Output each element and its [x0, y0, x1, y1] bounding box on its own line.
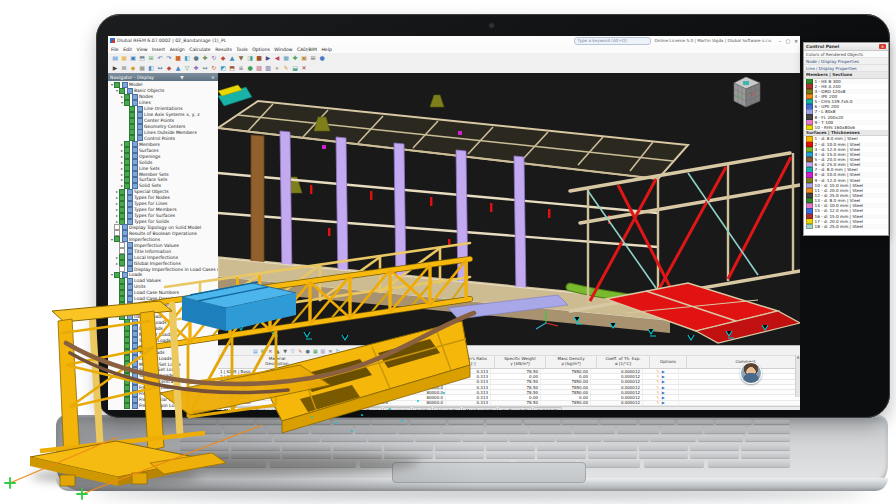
connect-icon[interactable]: ✚: [192, 64, 200, 72]
results-icon[interactable]: ▣: [300, 54, 308, 62]
material-link-icon[interactable]: ▶: [662, 395, 665, 400]
panel-close-button[interactable]: ✕: [879, 44, 886, 49]
edit-material-icon[interactable]: ✎: [656, 400, 659, 405]
workplane-icon[interactable]: ◧: [147, 64, 155, 72]
material-link-icon[interactable]: ▶: [662, 390, 665, 395]
minimize-button[interactable]: –: [776, 38, 784, 44]
tree-item-label: Types for Members: [134, 207, 177, 212]
layers-icon[interactable]: ⬓: [291, 64, 299, 72]
material-link-icon[interactable]: ▶: [662, 369, 665, 374]
menu-file[interactable]: File: [111, 47, 119, 52]
menu-help[interactable]: Help: [321, 47, 331, 52]
menu-edit[interactable]: Edit: [123, 47, 132, 52]
menu-tools[interactable]: Tools: [236, 47, 247, 52]
copy-icon[interactable]: ⊞: [147, 54, 155, 62]
menu-insert[interactable]: Insert: [152, 47, 165, 52]
mirror-icon[interactable]: ◩: [219, 64, 227, 72]
divide-icon[interactable]: ▽: [183, 64, 191, 72]
redo-icon[interactable]: ↷: [165, 54, 173, 62]
load-tool-icon[interactable]: ◀: [273, 54, 281, 62]
column-header-mass-density[interactable]: Mass Densityρ [kg/m³]: [546, 356, 597, 368]
numbering-icon[interactable]: ≡: [237, 64, 245, 72]
table-icon[interactable]: ⊞: [309, 54, 317, 62]
material-link-icon[interactable]: ▶: [662, 374, 665, 379]
solid-tool-icon[interactable]: ■: [255, 54, 263, 62]
keyboard-key: [524, 420, 561, 424]
pan-icon[interactable]: ✚: [201, 54, 209, 62]
panel-link-0[interactable]: Node / Display Properties: [804, 58, 888, 65]
help-icon[interactable]: ●: [318, 54, 326, 62]
extrude-icon[interactable]: ⬒: [228, 64, 236, 72]
cube-right-label: X: [751, 92, 754, 97]
mesh-icon[interactable]: ▦: [282, 54, 290, 62]
support-tool-icon[interactable]: ▶: [264, 54, 272, 62]
section-icon[interactable]: ▥: [264, 64, 272, 72]
menu-view[interactable]: View: [137, 47, 148, 52]
open-icon[interactable]: ▦: [120, 54, 128, 62]
edit-material-icon[interactable]: ✎: [656, 385, 659, 390]
clipping-icon[interactable]: ▨: [255, 64, 263, 72]
line-tool-icon[interactable]: ▲: [228, 54, 236, 62]
material-link-icon[interactable]: ▶: [662, 385, 665, 390]
table-tab-solid-sets[interactable]: Solid Sets: [533, 407, 562, 410]
zoom-icon[interactable]: ●: [192, 54, 200, 62]
dimension-icon[interactable]: ↔: [156, 64, 164, 72]
calculate-icon[interactable]: ✚: [291, 54, 299, 62]
menu-options[interactable]: Options: [252, 47, 270, 52]
snap-icon[interactable]: ◆: [129, 64, 137, 72]
edit-material-icon[interactable]: ✎: [656, 374, 659, 379]
edit-material-icon[interactable]: ✎: [656, 395, 659, 400]
column-header-options[interactable]: Options: [650, 356, 687, 368]
print-icon[interactable]: ⬒: [138, 54, 146, 62]
keyboard-key: [639, 443, 688, 450]
surface-tool-icon[interactable]: ◨: [246, 54, 254, 62]
column-header-specific-weight[interactable]: Specific Weightγ [kN/m³]: [495, 356, 546, 368]
undo-icon[interactable]: ↶: [156, 54, 164, 62]
measure-icon[interactable]: ⌖: [273, 64, 281, 72]
column-header-coeff-of-th-exp-[interactable]: Coeff. of Th. Exp.α [1/°C]: [597, 356, 650, 368]
edit-material-icon[interactable]: ✎: [656, 369, 659, 374]
tree-item-label: Member Sets: [139, 172, 169, 177]
tree-item-label: Line Sets: [139, 166, 160, 171]
navigator-close-icon[interactable]: ✕: [210, 75, 216, 80]
panel-link-1[interactable]: Line / Display Properties: [804, 65, 888, 72]
edit-node-icon[interactable]: ◆: [165, 64, 173, 72]
menu-window[interactable]: Window: [274, 47, 292, 52]
visibility-icon[interactable]: ●: [246, 64, 254, 72]
new-model-icon[interactable]: ▤: [111, 54, 119, 62]
material-link-icon[interactable]: ▶: [662, 400, 665, 405]
material-link-icon[interactable]: ▶: [662, 379, 665, 384]
select-window-icon[interactable]: ⊠: [120, 64, 128, 72]
keyboard-key: [600, 420, 637, 424]
grid-icon[interactable]: ▦: [138, 64, 146, 72]
save-icon[interactable]: ▣: [129, 54, 137, 62]
menu-results[interactable]: Results: [215, 47, 232, 52]
edit-material-icon[interactable]: ✎: [656, 390, 659, 395]
table-tab-surface-sets[interactable]: Surface Sets: [498, 407, 532, 410]
panel-color-item[interactable]: 18 - d: 25.0 mm | Steel: [804, 224, 888, 229]
delete-icon[interactable]: ✕: [300, 64, 308, 72]
move-icon[interactable]: ↔: [201, 64, 209, 72]
close-button[interactable]: ✕: [792, 38, 800, 44]
member-tool-icon[interactable]: ▼: [237, 54, 245, 62]
view-3d-icon[interactable]: ◧: [183, 54, 191, 62]
edit-material-icon[interactable]: ✎: [656, 379, 659, 384]
table-scrollbar[interactable]: ▲: [795, 355, 800, 397]
menu-calculate[interactable]: Calculate: [189, 47, 210, 52]
select-icon[interactable]: ▶: [111, 64, 119, 72]
navigator-pin-icon[interactable]: ▼: [179, 75, 185, 80]
menu-assign[interactable]: Assign: [170, 47, 185, 52]
render-icon[interactable]: ■: [174, 54, 182, 62]
rotate-icon[interactable]: ↻: [210, 64, 218, 72]
keyboard-key: [509, 435, 554, 442]
search-input[interactable]: Type a keyword (Alt+Q): [574, 37, 651, 45]
user-avatar[interactable]: [740, 362, 762, 384]
node-tool-icon[interactable]: ◆: [219, 54, 227, 62]
bridge-foreground-model: [0, 225, 500, 504]
tree-item-label: Special Objects: [134, 189, 169, 194]
maximize-button[interactable]: ▢: [784, 38, 792, 44]
menu-cadbim[interactable]: CAD/BIM: [297, 47, 317, 52]
rotate-view-icon[interactable]: ↻: [210, 54, 218, 62]
edit-line-icon[interactable]: ▲: [174, 64, 182, 72]
notes-icon[interactable]: ✎: [282, 64, 290, 72]
